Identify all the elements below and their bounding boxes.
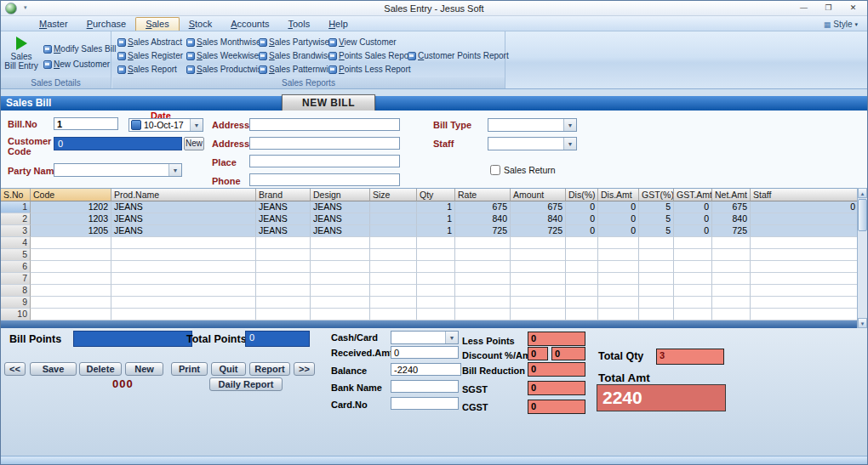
col-header-brand[interactable]: Brand [256, 189, 311, 201]
grid-cell[interactable] [256, 261, 311, 273]
grid-cell[interactable] [511, 237, 566, 249]
balance-input[interactable] [391, 363, 461, 376]
grid-cell[interactable] [370, 309, 417, 320]
print-button[interactable]: Print [171, 362, 208, 376]
grid-cell[interactable] [417, 285, 455, 297]
cell-sno[interactable]: 8 [1, 285, 31, 297]
grid-cell[interactable] [751, 285, 859, 297]
grid-cell[interactable] [674, 261, 712, 273]
grid-cell[interactable] [712, 297, 751, 309]
delete-button[interactable]: Delete [79, 362, 122, 376]
bill-points-field[interactable] [73, 331, 192, 347]
cell-staff[interactable] [751, 225, 859, 237]
save-button[interactable]: Save [30, 362, 77, 376]
party-name-select[interactable]: ▼ [54, 163, 182, 177]
cell-code[interactable]: 1203 [31, 213, 111, 225]
card-no-input[interactable] [391, 397, 459, 410]
discount-pct-field[interactable]: 0 [528, 347, 548, 360]
menu-item-sales-partywise[interactable]: Sales Partywise [259, 36, 328, 48]
menu-item-modify-sales-bill[interactable]: Modify Sales Bill [43, 43, 116, 55]
grid-cell[interactable] [639, 237, 674, 249]
date-picker[interactable]: 10-Oct-17 ▼ [128, 118, 203, 132]
col-header-staff[interactable]: Staff [751, 189, 859, 201]
bank-name-input[interactable] [391, 380, 459, 393]
scroll-down-icon[interactable]: ▼ [858, 318, 867, 328]
grid-cell[interactable] [566, 261, 598, 273]
menu-item-points-less-report[interactable]: Points Less Report [328, 63, 408, 76]
grid-cell[interactable] [256, 249, 311, 261]
grid-cell[interactable] [511, 249, 566, 261]
grid-cell[interactable] [256, 237, 311, 249]
grid-cell[interactable] [256, 273, 311, 285]
grid-cell[interactable] [674, 273, 712, 285]
cell-dis-pct[interactable]: 0 [566, 225, 598, 237]
col-header-rate[interactable]: Rate [455, 189, 511, 201]
grid-cell[interactable] [455, 261, 511, 273]
grid-cell[interactable] [311, 297, 370, 309]
grid-cell[interactable] [639, 249, 674, 261]
cell-sno[interactable]: 4 [1, 237, 31, 249]
cell-sno[interactable]: 1 [1, 201, 31, 213]
cell-design[interactable]: JEANS [311, 225, 370, 237]
tab-master[interactable]: Master [30, 17, 77, 31]
new-button[interactable]: New [125, 362, 163, 376]
grid-cell[interactable] [31, 297, 111, 309]
menu-item-customer-points-report[interactable]: Customer Points Report [408, 49, 509, 62]
close-button[interactable]: ✕ [841, 1, 865, 15]
tab-purchase[interactable]: Purchase [77, 17, 135, 31]
grid-cell[interactable] [639, 285, 674, 297]
grid-cell[interactable] [712, 285, 751, 297]
grid-cell[interactable] [712, 249, 751, 261]
grid-cell[interactable] [455, 297, 511, 309]
cell-qty[interactable]: 1 [417, 213, 455, 225]
cell-rate[interactable]: 725 [455, 225, 511, 237]
new-customer-small-button[interactable]: New [184, 137, 204, 150]
chevron-down-icon[interactable]: ▼ [563, 119, 576, 131]
col-header-qty[interactable]: Qty [417, 189, 455, 201]
cell-staff[interactable] [751, 213, 859, 225]
tab-help[interactable]: Help [319, 17, 357, 31]
grid-cell[interactable] [311, 249, 370, 261]
col-header-amount[interactable]: Amount [511, 189, 566, 201]
grid-cell[interactable] [639, 261, 674, 273]
grid-cell[interactable] [712, 309, 751, 320]
report-button[interactable]: Report [249, 362, 290, 376]
grid-cell[interactable] [111, 261, 256, 273]
grid-cell[interactable] [455, 273, 511, 285]
cell-net-amt[interactable]: 675 [712, 201, 751, 213]
tab-stock[interactable]: Stock [180, 17, 222, 31]
cash-card-select[interactable]: ▼ [391, 331, 459, 344]
grid-cell[interactable] [566, 297, 598, 309]
menu-item-sales-brandwise[interactable]: Sales Brandwise [259, 49, 328, 62]
grid-cell[interactable] [598, 273, 639, 285]
grid-cell[interactable] [639, 273, 674, 285]
cell-net-amt[interactable]: 725 [712, 225, 751, 237]
cell-rate[interactable]: 840 [455, 213, 511, 225]
grid-cell[interactable] [311, 309, 370, 320]
menu-item-new-customer[interactable]: New Customer [43, 58, 110, 71]
grid-cell[interactable] [598, 309, 639, 320]
new-bill-button[interactable]: NEW BILL [282, 94, 375, 111]
grid-cell[interactable] [455, 237, 511, 249]
cell-gst-pct[interactable]: 5 [639, 225, 674, 237]
grid-cell[interactable] [674, 285, 712, 297]
grid-cell[interactable] [511, 261, 566, 273]
grid-cell[interactable] [751, 237, 859, 249]
grid-cell[interactable] [111, 273, 256, 285]
customer-code-input[interactable]: 0 [54, 137, 182, 150]
grid-cell[interactable] [674, 297, 712, 309]
tab-tools[interactable]: Tools [278, 17, 319, 31]
cell-amount[interactable]: 675 [511, 201, 566, 213]
cell-size[interactable] [370, 213, 417, 225]
cell-size[interactable] [370, 225, 417, 237]
cell-gst-amt[interactable]: 0 [674, 225, 712, 237]
grid-cell[interactable] [566, 285, 598, 297]
chevron-down-icon[interactable]: ▼ [563, 138, 576, 150]
col-header-code[interactable]: Code [31, 189, 111, 201]
col-header-s-no[interactable]: S.No [1, 189, 31, 201]
cell-prod-name[interactable]: JEANS [111, 201, 256, 213]
grid-cell[interactable] [256, 297, 311, 309]
cell-gst-pct[interactable]: 5 [639, 213, 674, 225]
menu-item-sales-register[interactable]: Sales Register [117, 49, 186, 62]
grid-cell[interactable] [417, 309, 455, 320]
